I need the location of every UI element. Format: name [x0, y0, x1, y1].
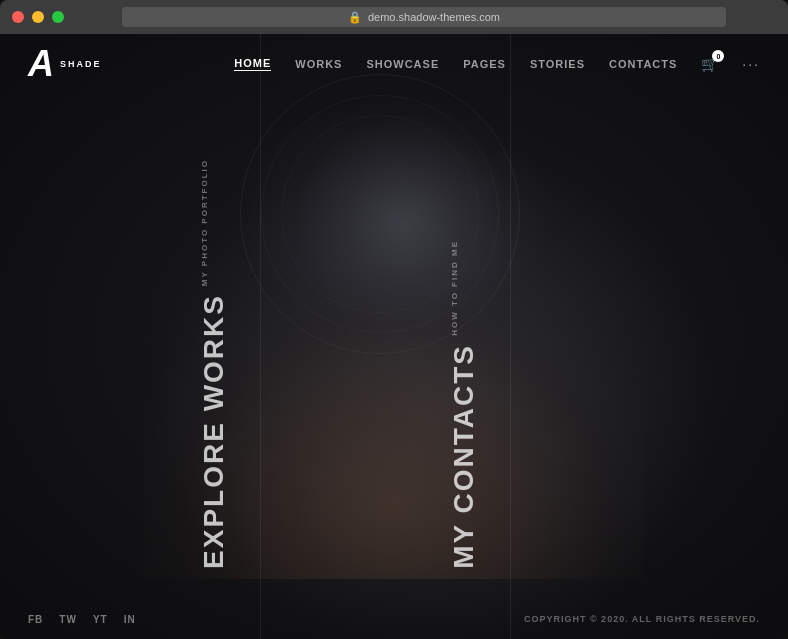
copyright-text: COPYRIGHT © 2020. ALL RIGHTS RESERVED. — [524, 614, 760, 624]
site-header: A SHADE HOME WORKS SHOWCASE PAGES STORIE… — [0, 34, 788, 94]
browser-window: 🔒 demo.shadow-themes.com A SHADE — [0, 0, 788, 639]
nav-works[interactable]: WORKS — [295, 58, 342, 70]
lock-icon: 🔒 — [348, 11, 362, 24]
my-contacts-title: MY CONTACTS — [450, 344, 478, 569]
social-instagram[interactable]: In — [124, 614, 136, 625]
column-divider-right — [510, 34, 511, 639]
logo-letter: A — [28, 46, 54, 82]
social-twitter[interactable]: Tw — [59, 614, 77, 625]
social-links: Fb Tw Yt In — [28, 614, 136, 625]
browser-titlebar: 🔒 demo.shadow-themes.com — [0, 0, 788, 34]
column-divider-left — [260, 34, 261, 639]
browser-content: A SHADE HOME WORKS SHOWCASE PAGES STORIE… — [0, 34, 788, 639]
address-bar[interactable]: 🔒 demo.shadow-themes.com — [122, 7, 726, 27]
explore-works-title: EXPLORE WORKS — [200, 294, 228, 569]
maximize-button[interactable] — [52, 11, 64, 23]
my-contacts-sublabel: HOW TO FIND ME — [450, 240, 459, 336]
nav-pages[interactable]: PAGES — [463, 58, 506, 70]
nav-home[interactable]: HOME — [234, 57, 271, 71]
logo-tagline: SHADE — [60, 60, 102, 69]
address-text: demo.shadow-themes.com — [368, 11, 500, 23]
site-footer: Fb Tw Yt In COPYRIGHT © 2020. ALL RIGHTS… — [0, 599, 788, 639]
nav-stories[interactable]: STORIES — [530, 58, 585, 70]
nav-contacts[interactable]: CONTACTS — [609, 58, 677, 70]
social-youtube[interactable]: Yt — [93, 614, 108, 625]
explore-works-sublabel: MY PHOTO PORTFOLIO — [200, 159, 209, 286]
site-wrapper: A SHADE HOME WORKS SHOWCASE PAGES STORIE… — [0, 34, 788, 639]
cart-button[interactable]: 🛒 0 — [701, 56, 718, 72]
my-contacts-panel[interactable]: HOW TO FIND ME MY CONTACTS — [450, 240, 478, 569]
more-menu-button[interactable]: ··· — [742, 56, 760, 72]
nav-showcase[interactable]: SHOWCASE — [366, 58, 439, 70]
cart-badge: 0 — [712, 50, 724, 62]
site-nav: HOME WORKS SHOWCASE PAGES STORIES CONTAC… — [234, 56, 760, 72]
site-logo[interactable]: A SHADE — [28, 46, 102, 82]
close-button[interactable] — [12, 11, 24, 23]
minimize-button[interactable] — [32, 11, 44, 23]
social-facebook[interactable]: Fb — [28, 614, 43, 625]
explore-works-panel[interactable]: MY PHOTO PORTFOLIO EXPLORE WORKS — [200, 159, 228, 569]
